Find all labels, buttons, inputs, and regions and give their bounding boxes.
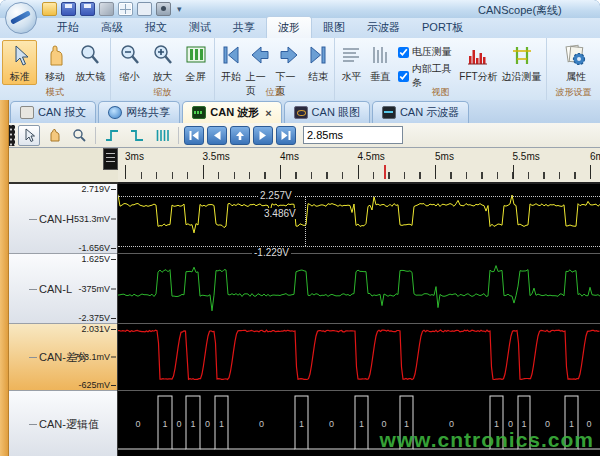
time-position-input[interactable] [303, 126, 403, 144]
hand-icon [47, 128, 61, 143]
plot-row-can-l[interactable] [118, 254, 600, 324]
toolbar-grip[interactable] [8, 125, 15, 146]
svg-text:0: 0 [259, 419, 264, 429]
standard-mode-button[interactable]: 标准 [2, 40, 37, 85]
skip-to-end-icon [307, 43, 329, 69]
ruler-major-tick [358, 165, 359, 179]
can-waveform-icon [192, 106, 206, 119]
ribbon-tab-oscilloscope[interactable]: 示波器 [356, 17, 411, 38]
ribbon-tab-waveform[interactable]: 波形 [266, 16, 312, 38]
magnifier-mode-button[interactable]: 放大镜 [73, 40, 108, 85]
plot-row-can-h[interactable]: 2.257V 3.486V -1.229V [118, 184, 600, 254]
connect-tool-icon[interactable] [99, 2, 114, 16]
measure-line-vertical[interactable] [305, 196, 307, 246]
falling-edge-button[interactable] [126, 125, 148, 146]
channel-row-can-diff[interactable]: CAN-差分 2.031V 703.1mV -625mV [8, 324, 117, 391]
rising-edge-button[interactable] [101, 125, 123, 146]
measure-bottom-value: -1.229V [252, 247, 291, 258]
tab-can-waveform[interactable]: CAN 波形× [182, 101, 281, 123]
save-as-icon[interactable] [80, 2, 95, 16]
channel-name[interactable]: CAN-L [39, 283, 72, 295]
nav-prev-button[interactable] [207, 126, 227, 145]
ribbon-tab-port[interactable]: PORT板 [411, 17, 474, 38]
ribbon-tab-share[interactable]: 共享 [222, 17, 266, 38]
close-tab-icon[interactable]: × [265, 107, 271, 119]
channel-row-can-logic[interactable]: CAN-逻辑值 [8, 391, 117, 456]
tab-can-scope[interactable]: CAN 示波器 [372, 101, 469, 123]
tab-can-eye[interactable]: CAN 眼图 [284, 101, 370, 123]
ribbon-group-zoom: 缩小 放大 全屏 缩放 [110, 38, 214, 100]
plot-row-can-diff[interactable] [118, 324, 600, 391]
measure-line-top[interactable] [118, 196, 600, 197]
ribbon-tab-home[interactable]: 开始 [46, 17, 90, 38]
svg-text:1: 1 [299, 419, 304, 429]
window-layout-icon[interactable] [118, 2, 133, 16]
zoom-out-icon [118, 43, 142, 69]
tab-network-share[interactable]: 网络共享 [98, 101, 180, 123]
scale-top-value: 2.031V [81, 325, 116, 334]
time-ruler[interactable]: 3ms3.5ms4ms4.5ms5ms5.5ms6ms [118, 148, 600, 184]
monitor-icon[interactable] [137, 2, 152, 16]
snapshot-icon[interactable] [156, 2, 171, 16]
ribbon-group-wave-settings: 属性 波形设置 [546, 38, 600, 100]
nav-trigger-button[interactable] [230, 126, 250, 145]
save-icon[interactable] [61, 2, 76, 16]
voltage-measure-checkbox-input[interactable] [398, 47, 409, 58]
cursor-tool-button[interactable] [18, 125, 40, 146]
properties-button[interactable]: 属性 [555, 40, 597, 85]
scale-top-value: 1.625V [81, 255, 116, 264]
scale-top-value: 2.719V [81, 185, 116, 194]
channel-row-can-h[interactable]: CAN-H 2.719V 531.3mV -1.656V [8, 184, 117, 254]
group-label-view: 视图 [335, 86, 546, 99]
plot-row-can-logic[interactable]: 0101010101010101010 www.cntronics.com [118, 391, 600, 456]
ribbon-tab-test[interactable]: 测试 [178, 17, 222, 38]
full-screen-button[interactable]: 全屏 [179, 40, 212, 85]
go-start-button[interactable]: 开始 [217, 40, 245, 85]
svg-text:0: 0 [176, 419, 181, 429]
channel-row-can-l[interactable]: CAN-L 1.625V -375mV -2.375V [8, 254, 117, 324]
ribbon-tab-eye[interactable]: 眼图 [312, 17, 356, 38]
voltage-measure-checkbox[interactable]: 电压测量 [398, 45, 455, 59]
edge-measure-button[interactable]: 边沿测量 [499, 40, 544, 85]
cursor-arrow-icon [22, 128, 36, 143]
group-label-mode: 模式 [0, 86, 110, 99]
nav-last-button[interactable] [276, 126, 296, 145]
svg-text:0: 0 [329, 419, 334, 429]
channel-name[interactable]: CAN-H [39, 213, 74, 225]
ribbon-tab-advanced[interactable]: 高级 [90, 17, 134, 38]
zoom-out-button[interactable]: 缩小 [113, 40, 146, 85]
qat-dropdown-icon[interactable]: ▾ [177, 4, 182, 14]
zoom-tool-button[interactable] [68, 125, 90, 146]
fft-analysis-button[interactable]: FFT分析 [458, 40, 499, 85]
zoom-in-button[interactable]: 放大 [146, 40, 179, 85]
nav-first-button[interactable] [184, 126, 204, 145]
nav-next-button[interactable] [253, 126, 273, 145]
tab-can-message[interactable]: CAN 报文 [10, 101, 96, 123]
quick-access-toolbar: ▾ [42, 2, 182, 16]
svg-text:0: 0 [135, 419, 140, 429]
open-file-icon[interactable] [42, 2, 57, 16]
grid-lines-button[interactable] [151, 125, 173, 146]
vertical-button[interactable]: 垂直 [366, 40, 395, 85]
logo-swoosh-icon [10, 10, 31, 24]
ruler-red-cursor[interactable] [384, 165, 386, 179]
move-mode-button[interactable]: 移动 [37, 40, 72, 85]
pan-tool-button[interactable] [43, 125, 65, 146]
ribbon-group-position: 开始 上一页 下一页 结束 位置 [214, 38, 334, 100]
group-label-zoom: 缩放 [111, 86, 214, 99]
ribbon-tab-message[interactable]: 报文 [134, 17, 178, 38]
measure-line-bottom[interactable] [118, 246, 600, 247]
ribbon: 标准 移动 放大镜 模式 缩小 放大 全屏 [0, 38, 600, 101]
waveform-plot[interactable]: 2.257V 3.486V -1.229V 010101010101010101… [118, 184, 600, 456]
cursor-arrow-icon [8, 43, 32, 69]
arrow-right-icon [278, 43, 300, 69]
corner-menu-button[interactable] [103, 148, 118, 170]
go-end-button[interactable]: 结束 [304, 40, 332, 85]
horizontal-button[interactable]: 水平 [337, 40, 366, 85]
fft-chart-icon [465, 43, 491, 69]
app-logo[interactable] [5, 2, 37, 34]
channel-name[interactable]: CAN-逻辑值 [39, 416, 99, 431]
measure-top-value: 2.257V [258, 190, 294, 201]
left-scroll-strip[interactable] [0, 100, 9, 456]
internal-toolbar-checkbox-input[interactable] [398, 71, 409, 82]
